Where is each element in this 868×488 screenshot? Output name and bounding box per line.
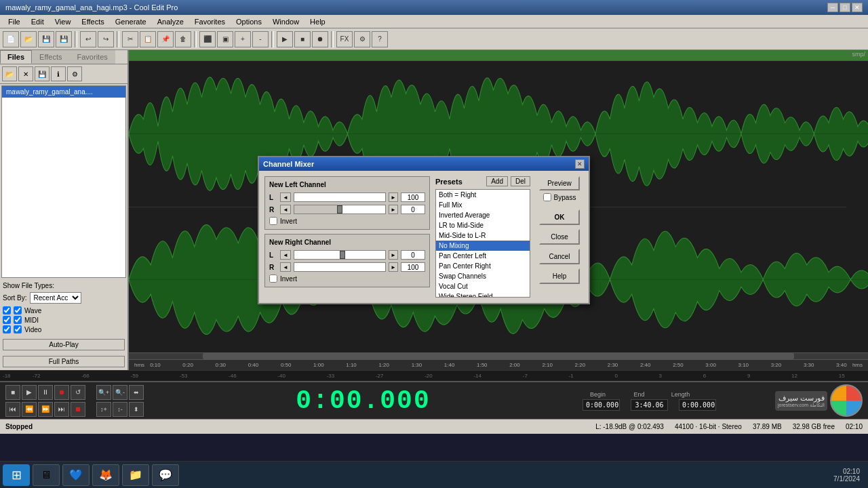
file-item[interactable]: mawaly_ramy_gamal_ana.... (2, 86, 125, 98)
pause-btn[interactable]: ⏸ (38, 385, 53, 400)
close-window-button[interactable]: ✕ (852, 3, 863, 12)
zoom-out-vert-btn[interactable]: ↕- (113, 402, 127, 417)
eject-btn[interactable]: ⏹ (71, 402, 85, 417)
end-value-box[interactable]: 3:40.06 (631, 399, 668, 411)
bypass-checkbox[interactable] (543, 193, 551, 201)
start-btn[interactable]: ⊞ (3, 464, 30, 486)
toolbar-record[interactable]: ⏺ (312, 31, 328, 47)
taskbar-item-4[interactable]: 📁 (122, 464, 149, 486)
toolbar-select-all[interactable]: ⬛ (199, 31, 216, 47)
video-enable-checkbox[interactable] (3, 325, 11, 333)
right-invert-checkbox[interactable] (269, 274, 277, 283)
taskbar-item-5[interactable]: 💬 (152, 464, 179, 486)
toolbar-delete[interactable]: 🗑 (175, 31, 191, 47)
toolbar-open[interactable]: 📂 (20, 31, 37, 47)
tab-effects[interactable]: Effects (32, 50, 69, 64)
left-l-slider[interactable] (294, 192, 386, 202)
full-paths-button[interactable]: Full Paths (3, 356, 125, 367)
horizontal-scrollbar[interactable] (129, 352, 868, 359)
midi-show-checkbox[interactable] (14, 316, 22, 324)
zoom-in-vert-btn[interactable]: ↕+ (96, 402, 111, 417)
menu-effects[interactable]: Effects (76, 16, 109, 27)
skip-end-btn[interactable]: ⏭ (54, 402, 69, 417)
left-l-value[interactable]: 100 (401, 192, 425, 202)
maximize-button[interactable]: □ (840, 3, 850, 12)
right-l-slider[interactable] (294, 250, 386, 260)
toolbar-zoom-in[interactable]: + (235, 31, 251, 47)
help-btn[interactable]: Help (539, 268, 580, 284)
preset-pan-center-right[interactable]: Pan Center Right (436, 261, 530, 271)
toolbar-save-all[interactable]: 💾 (56, 31, 72, 47)
preset-vocal-cut[interactable]: Vocal Cut (436, 281, 530, 291)
left-r-slider[interactable] (294, 205, 386, 214)
play-btn[interactable]: ▶ (22, 385, 37, 400)
taskbar-item-1[interactable]: 🖥 (33, 464, 60, 486)
toolbar-fx[interactable]: FX (336, 31, 353, 47)
menu-view[interactable]: View (50, 16, 77, 27)
preset-both-right[interactable]: Both = Right (436, 190, 530, 200)
ok-btn[interactable]: OK (539, 209, 580, 225)
panel-close-btn[interactable]: ✕ (18, 66, 33, 81)
video-show-checkbox[interactable] (14, 325, 22, 333)
auto-play-button[interactable]: Auto-Play (3, 339, 125, 350)
length-value-box[interactable]: 0:00.000 (679, 399, 716, 411)
presets-del-btn[interactable]: Del (511, 176, 530, 186)
toolbar-redo[interactable]: ↪ (98, 31, 114, 47)
preview-btn[interactable]: Preview (539, 176, 580, 190)
preset-swap-channels[interactable]: Swap Channels (436, 271, 530, 281)
preset-no-mixing[interactable]: No Mixing (436, 241, 530, 251)
cancel-btn[interactable]: Cancel (539, 249, 580, 264)
toolbar-stop[interactable]: ■ (294, 31, 311, 47)
menu-options[interactable]: Options (231, 16, 267, 27)
loop-btn[interactable]: ↺ (71, 385, 85, 400)
panel-info-btn[interactable]: ℹ (51, 66, 66, 81)
sort-select[interactable]: Recent Acc Name Date (30, 292, 81, 304)
preset-pan-center-left[interactable]: Pan Center Left (436, 251, 530, 261)
left-r-value[interactable]: 0 (401, 205, 425, 214)
toolbar-undo[interactable]: ↩ (80, 31, 96, 47)
menu-file[interactable]: File (3, 16, 26, 27)
toolbar-paste[interactable]: 📌 (157, 31, 174, 47)
left-l-value-arrow[interactable]: ► (389, 192, 398, 202)
menu-window[interactable]: Window (267, 16, 304, 27)
toolbar-copy[interactable]: 📋 (140, 31, 156, 47)
right-r-slider[interactable] (294, 262, 386, 272)
wave-show-checkbox[interactable] (14, 306, 22, 314)
left-invert-checkbox[interactable] (269, 217, 277, 225)
fast-forward-btn[interactable]: ⏩ (38, 402, 53, 417)
menu-help[interactable]: Help (304, 16, 331, 27)
zoom-full-vert-btn[interactable]: ⬍ (129, 402, 144, 417)
preset-midside-lr[interactable]: Mid-Side to L-R (436, 230, 530, 241)
close-dialog-btn[interactable]: Close (539, 229, 580, 245)
begin-value-box[interactable]: 0:00.000 (583, 399, 620, 411)
midi-enable-checkbox[interactable] (3, 316, 11, 324)
toolbar-play[interactable]: ▶ (277, 31, 293, 47)
toolbar-select[interactable]: ▣ (217, 31, 233, 47)
menu-edit[interactable]: Edit (26, 16, 50, 27)
right-r-value[interactable]: 100 (401, 262, 425, 272)
zoom-full-btn[interactable]: ⬌ (129, 385, 144, 400)
presets-add-btn[interactable]: Add (486, 176, 508, 186)
taskbar-item-2[interactable]: 💙 (62, 464, 90, 486)
zoom-in-btn[interactable]: 🔍+ (96, 385, 111, 400)
minimize-button[interactable]: ─ (827, 3, 838, 12)
menu-generate[interactable]: Generate (110, 16, 152, 27)
tab-files[interactable]: Files (0, 50, 32, 64)
preset-wide-stereo[interactable]: Wide Stereo Field (436, 291, 530, 298)
panel-open-btn[interactable]: 📂 (2, 66, 17, 81)
toolbar-cut[interactable]: ✂ (122, 31, 138, 47)
right-l-value[interactable]: 0 (401, 250, 425, 260)
menu-analyze[interactable]: Analyze (152, 16, 189, 27)
preset-lr-midside[interactable]: LR to Mid-Side (436, 220, 530, 230)
rewind-btn[interactable]: ⏪ (22, 402, 37, 417)
taskbar-item-3[interactable]: 🦊 (92, 464, 119, 486)
left-r-arrow[interactable]: ◄ (280, 205, 291, 214)
toolbar-zoom-out[interactable]: - (252, 31, 269, 47)
preset-full-mix[interactable]: Full Mix (436, 200, 530, 210)
left-l-arrow[interactable]: ◄ (280, 192, 291, 202)
right-r-value-arrow[interactable]: ► (389, 262, 398, 272)
toolbar-help[interactable]: ? (372, 31, 388, 47)
right-l-value-arrow[interactable]: ► (389, 250, 398, 260)
skip-start-btn[interactable]: ⏮ (5, 402, 20, 417)
record-btn[interactable]: ⏺ (54, 385, 69, 400)
